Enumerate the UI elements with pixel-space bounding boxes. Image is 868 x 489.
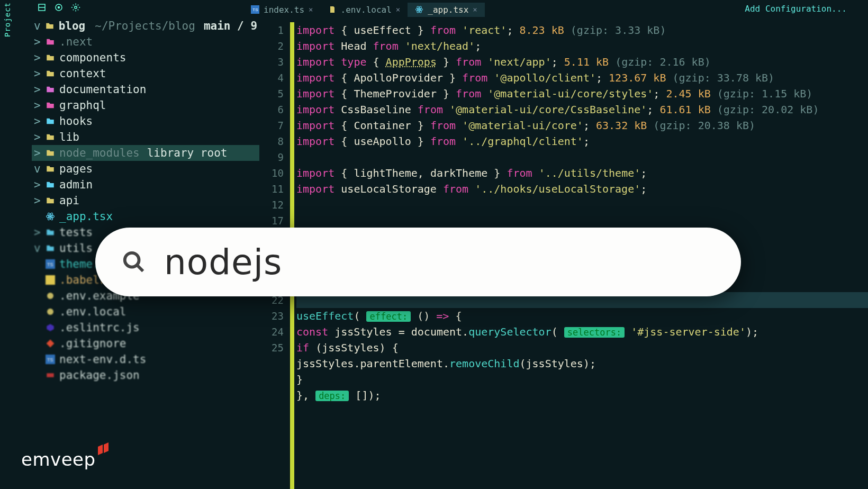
tree-item-eslintrcjs[interactable]: .eslintrc.js — [32, 320, 259, 336]
tree-item-hooks[interactable]: >hooks — [32, 113, 259, 129]
close-icon[interactable]: × — [309, 5, 313, 14]
code-line[interactable]: import { useApollo } from '../graphql/cl… — [296, 133, 868, 149]
tree-item-label: package.json — [59, 367, 140, 383]
settings-icon[interactable] — [71, 3, 80, 14]
code-line[interactable]: import { lightTheme, darkTheme } from '.… — [296, 165, 868, 181]
chevron-icon[interactable]: > — [34, 129, 41, 145]
line-number: 10 — [265, 165, 289, 181]
line-number: 1 — [265, 22, 289, 38]
tree-item-graphql[interactable]: >graphql — [32, 97, 259, 113]
close-icon[interactable]: × — [396, 5, 400, 14]
code-line[interactable]: import { ThemeProvider } from '@material… — [296, 86, 868, 102]
editor-tab-_apptsx[interactable]: _app.tsx× — [408, 3, 485, 17]
locate-icon[interactable] — [54, 3, 64, 14]
tree-item-label: pages — [59, 161, 93, 177]
tree-item-pages[interactable]: vpages — [32, 161, 259, 177]
project-root-row[interactable]: v blog ~/Projects/blog main / 9 △ — [32, 18, 259, 34]
line-number: 25 — [265, 340, 289, 356]
code-line[interactable]: import { Container } from '@material-ui/… — [296, 117, 868, 133]
tab-label: index.ts — [264, 5, 304, 15]
tree-item-label: lib — [59, 129, 79, 145]
chevron-icon[interactable]: > — [34, 97, 41, 113]
git-branch: main / 9 △ — [204, 20, 259, 32]
search-query-text[interactable]: nodejs — [164, 242, 282, 283]
tree-item-label: admin — [59, 177, 93, 193]
line-number-gutter: 123456789101112171819202122232425 — [265, 22, 289, 356]
tree-item-label: hooks — [59, 113, 93, 129]
code-line[interactable]: if (jssStyles) { — [296, 340, 868, 356]
code-line[interactable] — [296, 197, 868, 213]
svg-point-10 — [50, 216, 51, 218]
chevron-icon[interactable]: > — [34, 224, 41, 240]
tree-item-label: utils — [59, 240, 93, 256]
add-configuration-link[interactable]: Add Configuration... — [745, 4, 847, 14]
logo-mark-icon — [98, 443, 108, 454]
chevron-icon[interactable]: v — [34, 240, 41, 256]
tree-item-gitignore[interactable]: .gitignore — [32, 336, 259, 351]
chevron-icon[interactable]: > — [34, 82, 41, 97]
line-number: 3 — [265, 54, 289, 70]
tree-item-label: _app.tsx — [59, 209, 113, 224]
chevron-icon[interactable]: > — [34, 177, 41, 193]
code-line[interactable] — [296, 213, 868, 229]
code-line[interactable]: const jssStyles = document.querySelector… — [296, 324, 868, 340]
line-number: 17 — [265, 213, 289, 229]
tree-item-suffix: library root — [147, 145, 228, 161]
tree-item-documentation[interactable]: >documentation — [32, 82, 259, 97]
chevron-icon[interactable]: > — [34, 193, 41, 209]
line-number: 5 — [265, 86, 289, 102]
tree-item-lib[interactable]: >lib — [32, 129, 259, 145]
tree-item-label: .eslintrc.js — [59, 320, 140, 336]
search-overlay[interactable]: nodejs — [95, 228, 741, 296]
editor-code-area[interactable]: import { useEffect } from 'react'; 8.23 … — [296, 22, 868, 419]
tree-item-label: api — [59, 193, 79, 209]
chevron-icon[interactable]: > — [34, 145, 41, 161]
chevron-icon[interactable]: > — [34, 113, 41, 129]
tree-item-admin[interactable]: >admin — [32, 177, 259, 193]
tree-item-envlocal[interactable]: .env.local — [32, 304, 259, 320]
chevron-icon[interactable]: v — [34, 161, 41, 177]
tree-item-context[interactable]: >context — [32, 66, 259, 82]
tree-item-next[interactable]: >.next — [32, 34, 259, 50]
chevron-icon[interactable]: > — [34, 50, 41, 66]
tree-item-label: node_modules — [59, 145, 140, 161]
editor-tab-indexts[interactable]: TSindex.ts× — [243, 3, 321, 17]
line-number: 4 — [265, 70, 289, 86]
tree-item-label: tests — [59, 224, 93, 240]
collapse-icon[interactable] — [37, 3, 47, 14]
code-line[interactable]: import type { AppProps } from 'next/app'… — [296, 54, 868, 70]
tree-item-packagejson[interactable]: package.json — [32, 367, 259, 383]
tree-item-components[interactable]: >components — [32, 50, 259, 66]
tree-item-label: graphql — [59, 97, 106, 113]
close-icon[interactable]: × — [473, 5, 477, 14]
code-line[interactable] — [296, 149, 868, 165]
project-name: blog — [59, 20, 86, 32]
svg-point-17 — [47, 293, 53, 299]
project-path: ~/Projects/blog — [95, 18, 195, 34]
project-tool-label[interactable]: Project — [3, 2, 12, 37]
editor-tab-envlocal[interactable]: .env.local× — [321, 3, 408, 17]
code-line[interactable]: import Head from 'next/head'; — [296, 38, 868, 54]
tree-item-label: .env.local — [59, 304, 126, 320]
chevron-icon[interactable]: > — [34, 66, 41, 82]
svg-point-23 — [125, 253, 139, 267]
code-line[interactable]: }, deps: []); — [296, 387, 868, 403]
chevron-icon[interactable]: > — [34, 34, 41, 50]
code-line[interactable]: import useLocalStorage from '../hooks/us… — [296, 181, 868, 197]
tree-item-api[interactable]: >api — [32, 193, 259, 209]
code-line[interactable]: jssStyles.parentElement.removeChild(jssS… — [296, 356, 868, 372]
code-line[interactable] — [296, 403, 868, 419]
tree-item-label: documentation — [59, 82, 146, 97]
code-line[interactable]: import { useEffect } from 'react'; 8.23 … — [296, 22, 868, 38]
line-number: 23 — [265, 308, 289, 324]
code-line[interactable]: } — [296, 372, 868, 387]
code-line[interactable]: import { ApolloProvider } from '@apollo/… — [296, 70, 868, 86]
tree-item-nextenvdts[interactable]: TSnext-env.d.ts — [32, 351, 259, 367]
line-number: 6 — [265, 102, 289, 117]
tree-item-node_modules[interactable]: >node_modules library root — [32, 145, 259, 161]
code-line[interactable]: useEffect( effect: () => { — [296, 308, 868, 324]
svg-point-2 — [58, 7, 60, 8]
tree-item-_apptsx[interactable]: _app.tsx — [32, 209, 259, 224]
code-line[interactable]: import CssBaseline from '@material-ui/co… — [296, 102, 868, 117]
svg-text:TS: TS — [47, 357, 53, 363]
